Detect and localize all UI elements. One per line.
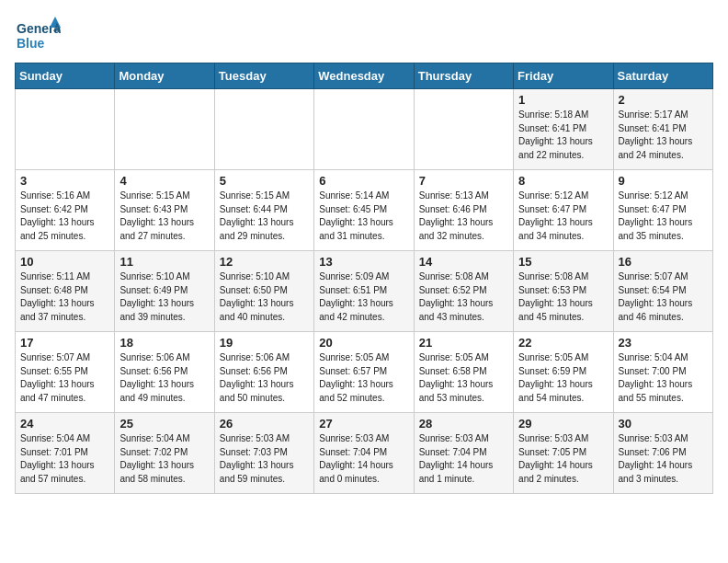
week-row-5: 24Sunrise: 5:04 AM Sunset: 7:01 PM Dayli…	[16, 413, 713, 494]
calendar-cell	[16, 89, 115, 170]
calendar-table: SundayMondayTuesdayWednesdayThursdayFrid…	[15, 63, 713, 494]
calendar-cell: 12Sunrise: 5:10 AM Sunset: 6:50 PM Dayli…	[214, 251, 313, 332]
calendar-cell: 22Sunrise: 5:05 AM Sunset: 6:59 PM Dayli…	[514, 332, 613, 413]
calendar-cell: 21Sunrise: 5:05 AM Sunset: 6:58 PM Dayli…	[414, 332, 513, 413]
day-number: 27	[319, 417, 408, 431]
day-info: Sunrise: 5:03 AM Sunset: 7:05 PM Dayligh…	[518, 432, 608, 486]
day-number: 5	[220, 174, 309, 188]
calendar-cell: 7Sunrise: 5:13 AM Sunset: 6:46 PM Daylig…	[414, 170, 513, 251]
day-info: Sunrise: 5:17 AM Sunset: 6:41 PM Dayligh…	[619, 109, 708, 162]
calendar-cell: 6Sunrise: 5:14 AM Sunset: 6:45 PM Daylig…	[314, 170, 414, 251]
calendar-cell: 24Sunrise: 5:04 AM Sunset: 7:01 PM Dayli…	[16, 413, 115, 494]
day-info: Sunrise: 5:18 AM Sunset: 6:41 PM Dayligh…	[518, 109, 608, 162]
day-number: 28	[419, 417, 508, 431]
day-info: Sunrise: 5:06 AM Sunset: 6:56 PM Dayligh…	[119, 351, 209, 405]
day-number: 22	[518, 336, 608, 350]
day-number: 30	[619, 417, 708, 431]
calendar-cell: 4Sunrise: 5:15 AM Sunset: 6:43 PM Daylig…	[115, 170, 214, 251]
calendar-cell	[414, 89, 513, 170]
day-info: Sunrise: 5:14 AM Sunset: 6:45 PM Dayligh…	[319, 190, 408, 243]
calendar-cell: 9Sunrise: 5:12 AM Sunset: 6:47 PM Daylig…	[613, 170, 712, 251]
day-header-saturday: Saturday	[613, 63, 712, 89]
day-info: Sunrise: 5:05 AM Sunset: 6:57 PM Dayligh…	[319, 351, 408, 405]
day-number: 14	[419, 255, 508, 269]
day-info: Sunrise: 5:05 AM Sunset: 6:59 PM Dayligh…	[518, 351, 608, 405]
day-number: 1	[518, 93, 608, 107]
calendar-cell: 30Sunrise: 5:03 AM Sunset: 7:06 PM Dayli…	[613, 413, 712, 494]
day-info: Sunrise: 5:15 AM Sunset: 6:44 PM Dayligh…	[220, 190, 309, 243]
calendar-cell: 28Sunrise: 5:03 AM Sunset: 7:04 PM Dayli…	[414, 413, 513, 494]
day-number: 12	[220, 255, 309, 269]
day-number: 10	[20, 255, 109, 269]
calendar-cell	[314, 89, 414, 170]
calendar-cell: 20Sunrise: 5:05 AM Sunset: 6:57 PM Dayli…	[314, 332, 414, 413]
day-number: 21	[419, 336, 508, 350]
calendar-cell: 27Sunrise: 5:03 AM Sunset: 7:04 PM Dayli…	[314, 413, 414, 494]
week-row-4: 17Sunrise: 5:07 AM Sunset: 6:55 PM Dayli…	[16, 332, 713, 413]
day-number: 16	[619, 255, 708, 269]
day-header-thursday: Thursday	[414, 63, 513, 89]
week-row-1: 1Sunrise: 5:18 AM Sunset: 6:41 PM Daylig…	[16, 89, 713, 170]
calendar-cell: 13Sunrise: 5:09 AM Sunset: 6:51 PM Dayli…	[314, 251, 414, 332]
calendar-cell: 23Sunrise: 5:04 AM Sunset: 7:00 PM Dayli…	[613, 332, 712, 413]
day-header-tuesday: Tuesday	[214, 63, 313, 89]
day-number: 9	[619, 174, 708, 188]
calendar-cell: 11Sunrise: 5:10 AM Sunset: 6:49 PM Dayli…	[115, 251, 214, 332]
day-info: Sunrise: 5:12 AM Sunset: 6:47 PM Dayligh…	[619, 190, 708, 243]
day-number: 6	[319, 174, 408, 188]
day-number: 18	[119, 336, 209, 350]
day-info: Sunrise: 5:03 AM Sunset: 7:04 PM Dayligh…	[419, 432, 508, 486]
day-number: 15	[518, 255, 608, 269]
day-number: 7	[419, 174, 508, 188]
day-info: Sunrise: 5:11 AM Sunset: 6:48 PM Dayligh…	[20, 270, 109, 324]
calendar-cell: 3Sunrise: 5:16 AM Sunset: 6:42 PM Daylig…	[16, 170, 115, 251]
day-number: 8	[518, 174, 608, 188]
logo: General Blue	[15, 15, 61, 55]
day-number: 17	[20, 336, 109, 350]
day-info: Sunrise: 5:03 AM Sunset: 7:04 PM Dayligh…	[319, 432, 408, 486]
calendar-cell: 14Sunrise: 5:08 AM Sunset: 6:52 PM Dayli…	[414, 251, 513, 332]
day-header-friday: Friday	[514, 63, 613, 89]
calendar-cell: 2Sunrise: 5:17 AM Sunset: 6:41 PM Daylig…	[613, 89, 712, 170]
day-number: 29	[518, 417, 608, 431]
logo-icon: General Blue	[15, 15, 61, 55]
day-number: 13	[319, 255, 408, 269]
day-info: Sunrise: 5:10 AM Sunset: 6:49 PM Dayligh…	[119, 270, 209, 324]
day-number: 2	[619, 93, 708, 107]
day-info: Sunrise: 5:06 AM Sunset: 6:56 PM Dayligh…	[220, 351, 309, 405]
calendar-cell: 25Sunrise: 5:04 AM Sunset: 7:02 PM Dayli…	[115, 413, 214, 494]
day-header-monday: Monday	[115, 63, 214, 89]
calendar-cell: 15Sunrise: 5:08 AM Sunset: 6:53 PM Dayli…	[514, 251, 613, 332]
day-number: 3	[20, 174, 109, 188]
day-info: Sunrise: 5:03 AM Sunset: 7:03 PM Dayligh…	[220, 432, 309, 486]
day-info: Sunrise: 5:12 AM Sunset: 6:47 PM Dayligh…	[518, 190, 608, 243]
calendar-cell: 16Sunrise: 5:07 AM Sunset: 6:54 PM Dayli…	[613, 251, 712, 332]
day-number: 26	[220, 417, 309, 431]
day-info: Sunrise: 5:15 AM Sunset: 6:43 PM Dayligh…	[119, 190, 209, 243]
day-info: Sunrise: 5:04 AM Sunset: 7:00 PM Dayligh…	[619, 351, 708, 405]
day-number: 20	[319, 336, 408, 350]
day-info: Sunrise: 5:03 AM Sunset: 7:06 PM Dayligh…	[619, 432, 708, 486]
day-header-wednesday: Wednesday	[314, 63, 414, 89]
week-row-2: 3Sunrise: 5:16 AM Sunset: 6:42 PM Daylig…	[16, 170, 713, 251]
day-number: 25	[119, 417, 209, 431]
header: General Blue	[15, 15, 713, 55]
calendar-cell: 19Sunrise: 5:06 AM Sunset: 6:56 PM Dayli…	[214, 332, 313, 413]
calendar-cell: 1Sunrise: 5:18 AM Sunset: 6:41 PM Daylig…	[514, 89, 613, 170]
day-info: Sunrise: 5:04 AM Sunset: 7:02 PM Dayligh…	[119, 432, 209, 486]
day-number: 4	[119, 174, 209, 188]
calendar-cell: 18Sunrise: 5:06 AM Sunset: 6:56 PM Dayli…	[115, 332, 214, 413]
day-info: Sunrise: 5:13 AM Sunset: 6:46 PM Dayligh…	[419, 190, 508, 243]
calendar-cell: 5Sunrise: 5:15 AM Sunset: 6:44 PM Daylig…	[214, 170, 313, 251]
day-info: Sunrise: 5:09 AM Sunset: 6:51 PM Dayligh…	[319, 270, 408, 324]
day-info: Sunrise: 5:04 AM Sunset: 7:01 PM Dayligh…	[20, 432, 109, 486]
header-row: SundayMondayTuesdayWednesdayThursdayFrid…	[16, 63, 713, 89]
day-number: 19	[220, 336, 309, 350]
day-number: 23	[619, 336, 708, 350]
week-row-3: 10Sunrise: 5:11 AM Sunset: 6:48 PM Dayli…	[16, 251, 713, 332]
day-info: Sunrise: 5:10 AM Sunset: 6:50 PM Dayligh…	[220, 270, 309, 324]
calendar-cell	[214, 89, 313, 170]
day-info: Sunrise: 5:07 AM Sunset: 6:55 PM Dayligh…	[20, 351, 109, 405]
day-info: Sunrise: 5:05 AM Sunset: 6:58 PM Dayligh…	[419, 351, 508, 405]
day-header-sunday: Sunday	[16, 63, 115, 89]
